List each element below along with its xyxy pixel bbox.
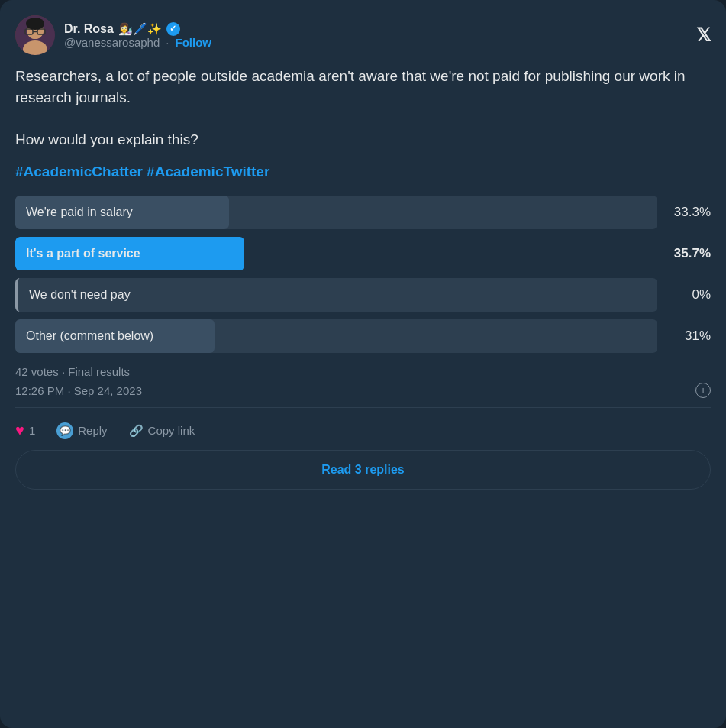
author-handle: @vanessarosaphd	[64, 36, 160, 49]
read-replies-button[interactable]: Read 3 replies	[15, 450, 711, 490]
tweet-time: 12:26 PM	[15, 384, 64, 397]
author-emojis: 👩‍🔬🖊️✨	[118, 22, 162, 36]
poll-meta: 42 votes · Final results	[15, 365, 711, 378]
poll-pct-salary: 33.3%	[657, 205, 711, 220]
author-name-row: Dr. Rosa 👩‍🔬🖊️✨ ✓	[64, 22, 211, 36]
tweet-timestamp: 12:26 PM · Sep 24, 2023 i	[15, 383, 711, 398]
tweet-text-line1: Researchers, a lot of people outside aca…	[15, 66, 711, 108]
poll-bar-service: It's a part of service	[15, 237, 657, 270]
tweet-text-line2: How would you explain this?	[15, 129, 711, 150]
tweet-date: Sep 24, 2023	[74, 384, 142, 397]
poll-bar-salary: We're paid in salary	[15, 196, 657, 229]
info-icon[interactable]: i	[695, 383, 711, 398]
tweet-actions: ♥ 1 💬 Reply 🔗 Copy link	[15, 416, 711, 450]
tweet-card: Dr. Rosa 👩‍🔬🖊️✨ ✓ @vanessarosaphd · Foll…	[0, 0, 726, 728]
author-info: Dr. Rosa 👩‍🔬🖊️✨ ✓ @vanessarosaphd · Foll…	[64, 22, 211, 49]
svg-point-7	[26, 18, 44, 30]
poll-label-other: Other (comment below)	[26, 329, 153, 343]
x-logo: 𝕏	[696, 24, 711, 46]
like-action[interactable]: ♥ 1	[15, 422, 35, 439]
reply-label: Reply	[78, 424, 107, 437]
avatar	[15, 15, 55, 55]
tweet-time-date: 12:26 PM · Sep 24, 2023	[15, 384, 142, 397]
divider	[15, 407, 711, 408]
follow-button[interactable]: Follow	[175, 36, 211, 49]
copy-link-label: Copy link	[148, 424, 195, 437]
poll-bar-other: Other (comment below)	[15, 319, 657, 353]
poll-pct-nopay: 0%	[657, 287, 711, 303]
poll-label-salary: We're paid in salary	[26, 205, 133, 219]
poll-votes: 42 votes	[15, 365, 59, 378]
verified-icon: ✓	[166, 22, 180, 36]
poll-option-service[interactable]: It's a part of service 35.7%	[15, 237, 711, 270]
poll-pct-other: 31%	[657, 328, 711, 344]
poll-option-other[interactable]: Other (comment below) 31%	[15, 319, 711, 353]
tweet-header-left: Dr. Rosa 👩‍🔬🖊️✨ ✓ @vanessarosaphd · Foll…	[15, 15, 211, 55]
poll-container: We're paid in salary 33.3% It's a part o…	[15, 196, 711, 353]
reply-action[interactable]: 💬 Reply	[56, 422, 107, 439]
comment-icon: 💬	[56, 422, 73, 439]
link-icon: 🔗	[129, 424, 144, 438]
poll-label-service: It's a part of service	[26, 247, 140, 260]
tweet-text: Researchers, a lot of people outside aca…	[15, 66, 711, 150]
like-count: 1	[29, 424, 35, 437]
hashtags: #AcademicChatter #AcademicTwitter	[15, 163, 711, 180]
copy-link-action[interactable]: 🔗 Copy link	[129, 424, 195, 438]
author-handle-row: @vanessarosaphd · Follow	[64, 36, 211, 49]
heart-icon: ♥	[15, 422, 24, 439]
poll-bar-nopay: We don't need pay	[15, 278, 657, 312]
poll-status: Final results	[68, 365, 130, 378]
poll-option-salary[interactable]: We're paid in salary 33.3%	[15, 196, 711, 229]
poll-pct-service: 35.7%	[657, 246, 711, 261]
tweet-header: Dr. Rosa 👩‍🔬🖊️✨ ✓ @vanessarosaphd · Foll…	[15, 15, 711, 55]
poll-option-nopay[interactable]: We don't need pay 0%	[15, 278, 711, 312]
author-name: Dr. Rosa	[64, 22, 114, 36]
poll-label-nopay: We don't need pay	[29, 288, 131, 302]
